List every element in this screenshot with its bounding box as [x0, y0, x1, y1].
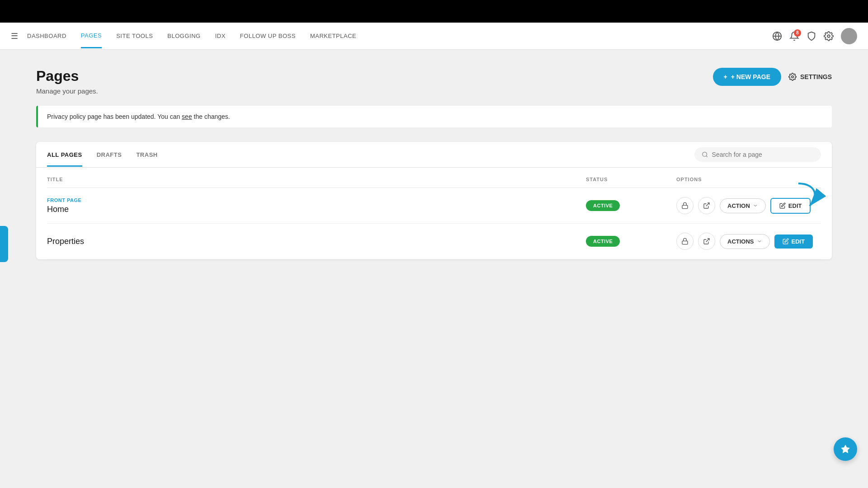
nav-icons: 8	[772, 28, 857, 44]
row-actions-home: ACTION EDIT	[676, 197, 821, 214]
menu-icon[interactable]: ☰	[11, 31, 18, 41]
external-link-button-properties[interactable]	[698, 233, 715, 250]
lock-icon	[681, 238, 689, 245]
lock-icon	[681, 202, 689, 209]
external-link-icon	[703, 202, 710, 209]
globe-button[interactable]	[772, 31, 782, 41]
row-actions-properties: ACTIONS EDIT	[676, 233, 821, 250]
svg-marker-11	[841, 445, 849, 453]
svg-rect-6	[682, 205, 688, 208]
new-page-label: + NEW PAGE	[731, 73, 770, 80]
avatar[interactable]	[841, 28, 857, 44]
settings-page-button[interactable]: SETTINGS	[788, 73, 832, 81]
lock-button-properties[interactable]	[676, 233, 693, 250]
notification-button[interactable]: 8	[789, 31, 799, 41]
svg-point-2	[827, 35, 830, 38]
tab-trash[interactable]: TRASH	[136, 142, 157, 167]
lock-button-home[interactable]	[676, 197, 693, 214]
settings-label: SETTINGS	[800, 73, 832, 80]
edit-label-properties: EDIT	[792, 238, 805, 245]
col-options-header: OPTIONS	[676, 177, 821, 182]
alert-message: Privacy policy page has been updated. Yo…	[47, 113, 182, 120]
pages-table: TITLE STATUS OPTIONS FRONT PAGE Home ACT…	[36, 168, 832, 259]
pages-card: ALL PAGES DRAFTS TRASH TITLE STATUS OPTI…	[36, 142, 832, 259]
tabs-bar: ALL PAGES DRAFTS TRASH	[36, 142, 832, 168]
search-input[interactable]	[712, 151, 814, 158]
table-row: FRONT PAGE Home ACTIVE	[47, 188, 821, 224]
edit-button-properties[interactable]: EDIT	[774, 235, 813, 249]
actions-label: ACTIONS	[727, 238, 754, 245]
main-content: Pages Manage your pages. + + NEW PAGE SE…	[0, 50, 868, 488]
top-black-bar	[0, 0, 868, 23]
page-title-section: Pages Manage your pages.	[36, 68, 98, 95]
status-badge-home: ACTIVE	[586, 200, 620, 211]
col-status-header: STATUS	[586, 177, 676, 182]
action-label: ACTION	[727, 202, 750, 209]
settings-button[interactable]	[824, 31, 834, 41]
globe-icon	[772, 31, 782, 41]
new-page-button[interactable]: + + NEW PAGE	[713, 68, 781, 86]
row-status-home: ACTIVE	[586, 200, 676, 211]
status-badge-properties: ACTIVE	[586, 236, 620, 247]
external-link-icon	[703, 238, 710, 245]
row-title-home: FRONT PAGE Home	[47, 197, 586, 214]
edit-label-home: EDIT	[788, 202, 802, 209]
tab-drafts[interactable]: DRAFTS	[97, 142, 122, 167]
svg-line-5	[706, 156, 708, 157]
pencil-icon-white	[783, 238, 789, 244]
plus-icon: +	[724, 73, 727, 80]
edit-button-home[interactable]: EDIT	[770, 198, 811, 214]
nav-idx[interactable]: IDX	[215, 24, 226, 47]
chevron-down-icon	[753, 203, 758, 208]
nav-marketplace[interactable]: MARKETPLACE	[310, 24, 356, 47]
table-header-row: TITLE STATUS OPTIONS	[47, 168, 821, 188]
shield-icon	[807, 31, 816, 41]
gear-icon	[824, 31, 834, 41]
page-header: Pages Manage your pages. + + NEW PAGE SE…	[36, 68, 832, 95]
svg-point-4	[703, 152, 707, 157]
alert-suffix: the changes.	[192, 113, 230, 120]
page-header-actions: + + NEW PAGE SETTINGS	[713, 68, 832, 86]
col-title-header: TITLE	[47, 177, 586, 182]
table-row: Properties ACTIVE	[47, 224, 821, 259]
svg-line-10	[706, 239, 709, 242]
row-status-properties: ACTIVE	[586, 236, 676, 247]
star-icon	[840, 444, 850, 454]
float-star-button[interactable]	[834, 437, 857, 461]
svg-point-3	[792, 76, 794, 78]
nav-links: DASHBOARD PAGES SITE TOOLS BLOGGING IDX …	[27, 24, 772, 48]
nav-site-tools[interactable]: SITE TOOLS	[116, 24, 153, 47]
svg-line-7	[706, 203, 709, 206]
search-icon	[702, 151, 708, 158]
svg-rect-9	[682, 241, 688, 244]
shield-button[interactable]	[807, 31, 816, 41]
alert-link[interactable]: see	[182, 113, 192, 120]
nav-follow-up-boss[interactable]: FOLLOW UP BOSS	[240, 24, 296, 47]
page-title: Pages	[36, 68, 98, 84]
chevron-down-icon	[757, 239, 762, 244]
settings-gear-icon	[788, 73, 797, 81]
nav-dashboard[interactable]: DASHBOARD	[27, 24, 66, 47]
row-name-properties: Properties	[47, 237, 586, 246]
nav-blogging[interactable]: BLOGGING	[167, 24, 200, 47]
tab-all-pages[interactable]: ALL PAGES	[47, 142, 82, 167]
navbar: ☰ DASHBOARD PAGES SITE TOOLS BLOGGING ID…	[0, 23, 868, 50]
pencil-icon	[779, 202, 786, 209]
external-link-button-home[interactable]	[698, 197, 715, 214]
tabs-left: ALL PAGES DRAFTS TRASH	[47, 142, 158, 167]
left-sidebar-pill[interactable]	[0, 226, 8, 262]
alert-banner: Privacy policy page has been updated. Yo…	[36, 106, 832, 127]
row-label-home: FRONT PAGE	[47, 197, 586, 203]
actions-button-properties[interactable]: ACTIONS	[720, 234, 770, 249]
search-box[interactable]	[694, 147, 821, 162]
nav-pages[interactable]: PAGES	[81, 24, 102, 48]
row-title-properties: Properties	[47, 237, 586, 246]
notification-count: 8	[794, 29, 801, 37]
action-button-home[interactable]: ACTION	[720, 198, 766, 213]
page-subtitle: Manage your pages.	[36, 87, 98, 95]
row-name-home: Home	[47, 205, 586, 214]
